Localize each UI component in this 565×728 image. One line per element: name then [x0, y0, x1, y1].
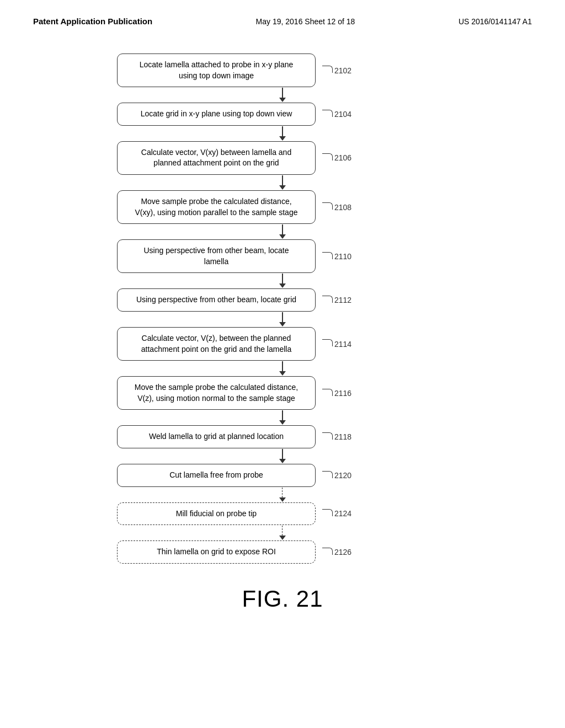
flowchart-box-2110: Using perspective from other beam, locat… [117, 239, 316, 273]
step-row: Cut lamella free from probe2120 [117, 464, 448, 487]
arrow-2108 [117, 224, 448, 239]
header-left: Patent Application Publication [33, 17, 152, 26]
step-number-2126: 2126 [322, 548, 351, 556]
flowchart-box-2112: Using perspective from other beam, locat… [117, 288, 316, 312]
step-row: Using perspective from other beam, locat… [117, 288, 448, 312]
step-number-2108: 2108 [322, 203, 351, 212]
arrow-2124 [117, 525, 448, 540]
arrow-2116 [117, 410, 448, 425]
arrow-2118 [117, 448, 448, 464]
step-row: Locate grid in x-y plane using top down … [117, 103, 448, 126]
fig-label: FIG. 21 [242, 586, 323, 612]
flowchart-box-2102: Locate lamella attached to probe in x-y … [117, 53, 316, 87]
step-row: Weld lamella to grid at planned location… [117, 425, 448, 448]
step-number-2102: 2102 [322, 66, 351, 75]
flowchart-box-2124: Mill fiducial on probe tip [117, 502, 316, 526]
flowchart-box-2126: Thin lamella on grid to expose ROI [117, 540, 316, 564]
step-row: Calculate vector, V(xy) between lamella … [117, 141, 448, 175]
step-number-2124: 2124 [322, 509, 351, 518]
step-number-2112: 2112 [322, 296, 351, 304]
step-number-2116: 2116 [322, 389, 351, 398]
arrow-2114 [117, 361, 448, 376]
flowchart-box-2118: Weld lamella to grid at planned location [117, 425, 316, 448]
step-row: Calculate vector, V(z), between the plan… [117, 327, 448, 361]
step-row: Using perspective from other beam, locat… [117, 239, 448, 273]
flowchart-box-2116: Move the sample probe the calculated dis… [117, 376, 316, 410]
flowchart-box-2120: Cut lamella free from probe [117, 464, 316, 487]
step-number-2120: 2120 [322, 471, 351, 480]
arrow-2102 [117, 87, 448, 103]
step-row: Move sample probe the calculated distanc… [117, 190, 448, 224]
arrow-2112 [117, 312, 448, 327]
step-number-2110: 2110 [322, 252, 351, 261]
step-row: Move the sample probe the calculated dis… [117, 376, 448, 410]
flowchart-box-2114: Calculate vector, V(z), between the plan… [117, 327, 316, 361]
page-header: Patent Application Publication May 19, 2… [0, 0, 565, 26]
main-content: Locate lamella attached to probe in x-y … [0, 26, 565, 612]
step-number-2114: 2114 [322, 340, 351, 349]
header-right: US 2016/0141147 A1 [459, 17, 532, 26]
flowchart-box-2104: Locate grid in x-y plane using top down … [117, 103, 316, 126]
step-number-2118: 2118 [322, 432, 351, 441]
arrow-2104 [117, 126, 448, 141]
step-number-2104: 2104 [322, 110, 351, 119]
step-number-2106: 2106 [322, 153, 351, 162]
step-row: Locate lamella attached to probe in x-y … [117, 53, 448, 87]
header-center: May 19, 2016 Sheet 12 of 18 [256, 17, 355, 26]
step-row: Thin lamella on grid to expose ROI2126 [117, 540, 448, 564]
arrow-2120 [117, 487, 448, 502]
step-row: Mill fiducial on probe tip2124 [117, 502, 448, 526]
flowchart-box-2106: Calculate vector, V(xy) between lamella … [117, 141, 316, 175]
arrow-2106 [117, 175, 448, 190]
arrow-2110 [117, 273, 448, 288]
flowchart-box-2108: Move sample probe the calculated distanc… [117, 190, 316, 224]
flowchart: Locate lamella attached to probe in x-y … [117, 53, 448, 564]
